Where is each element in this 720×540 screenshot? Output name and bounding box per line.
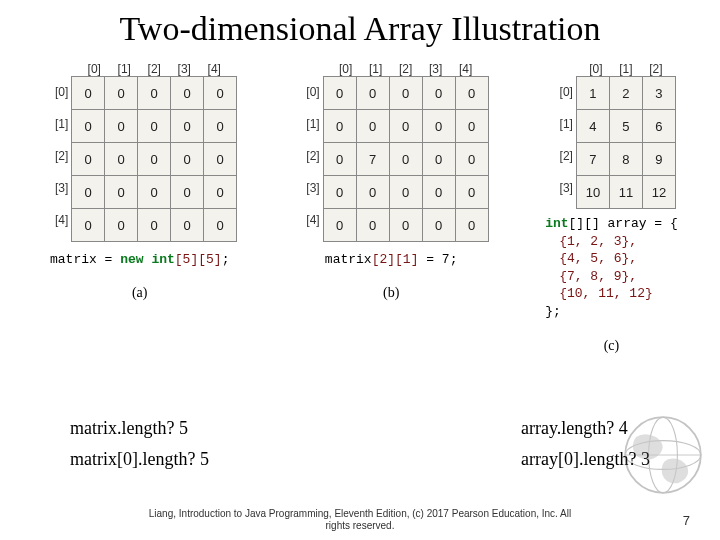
cell: 0 xyxy=(138,110,171,143)
code-text: matrix xyxy=(325,252,372,267)
figure-b: [0] [1] [2] [3] [4] [0] [1] [2] [3] [4] … xyxy=(294,62,489,301)
cell: 0 xyxy=(455,110,488,143)
col-header: [1] xyxy=(361,62,391,76)
cell: 0 xyxy=(171,209,204,242)
cell: 0 xyxy=(171,176,204,209)
fig-c-grid: 123 456 789 101112 xyxy=(576,76,676,209)
cell: 0 xyxy=(204,143,237,176)
fig-c-row-headers: [0] [1] [2] [3] xyxy=(547,76,576,209)
figure-a: [0] [1] [2] [3] [4] [0] [1] [2] [3] [4] … xyxy=(42,62,237,301)
col-header: [4] xyxy=(199,62,229,76)
cell: 0 xyxy=(389,176,422,209)
cell: 11 xyxy=(609,176,642,209)
col-header: [2] xyxy=(641,62,671,76)
cell: 0 xyxy=(105,77,138,110)
cell: 0 xyxy=(422,77,455,110)
cell: 0 xyxy=(105,110,138,143)
code-dims: [5][5] xyxy=(175,252,222,267)
cell: 0 xyxy=(171,143,204,176)
footer-credit: Liang, Introduction to Java Programming,… xyxy=(0,508,720,532)
cell: 0 xyxy=(356,176,389,209)
cell: 0 xyxy=(204,209,237,242)
cell: 8 xyxy=(609,143,642,176)
cell: 0 xyxy=(422,209,455,242)
code-idx: [1] xyxy=(395,252,418,267)
cell: 0 xyxy=(138,209,171,242)
cell: 4 xyxy=(576,110,609,143)
col-header: [2] xyxy=(139,62,169,76)
code-keyword: int xyxy=(545,216,568,231)
fig-c-col-headers: [0] [1] [2] xyxy=(581,62,671,76)
col-header: [4] xyxy=(451,62,481,76)
footer-line: rights reserved. xyxy=(0,520,720,532)
fig-a-col-headers: [0] [1] [2] [3] [4] xyxy=(79,62,229,76)
row-header: [1] xyxy=(547,108,576,140)
figures-row: [0] [1] [2] [3] [4] [0] [1] [2] [3] [4] … xyxy=(0,52,720,354)
cell: 0 xyxy=(72,110,105,143)
code-text: = 7; xyxy=(418,252,457,267)
col-header: [0] xyxy=(331,62,361,76)
matrix0-length-q: matrix[0].length? 5 xyxy=(70,449,209,470)
row-header: [1] xyxy=(294,108,323,140)
fig-b-row-headers: [0] [1] [2] [3] [4] xyxy=(294,76,323,242)
code-keyword: new int xyxy=(120,252,175,267)
cell: 0 xyxy=(204,110,237,143)
fig-c-sublabel: (c) xyxy=(604,338,620,354)
globe-icon xyxy=(618,410,708,500)
code-close: }; xyxy=(545,303,678,321)
cell: 7 xyxy=(576,143,609,176)
slide-title: Two-dimensional Array Illustration xyxy=(0,0,720,52)
matrix-length-q: matrix.length? 5 xyxy=(70,418,209,439)
cell: 0 xyxy=(389,77,422,110)
fig-a-grid: 00000 00000 00000 00000 00000 xyxy=(71,76,237,242)
code-text: ; xyxy=(222,252,230,267)
col-header: [2] xyxy=(391,62,421,76)
col-header: [0] xyxy=(581,62,611,76)
cell: 0 xyxy=(138,77,171,110)
cell: 10 xyxy=(576,176,609,209)
cell: 0 xyxy=(105,176,138,209)
fig-a-code: matrix = new int[5][5]; xyxy=(50,252,229,267)
cell: 6 xyxy=(642,110,675,143)
row-header: [3] xyxy=(42,172,71,204)
cell: 0 xyxy=(422,143,455,176)
cell: 0 xyxy=(72,209,105,242)
cell: 0 xyxy=(323,209,356,242)
code-text: matrix = xyxy=(50,252,120,267)
row-header: [2] xyxy=(547,140,576,172)
cell: 0 xyxy=(171,77,204,110)
figure-c: [0] [1] [2] [0] [1] [2] [3] 123 456 789 … xyxy=(545,62,678,354)
cell: 0 xyxy=(105,143,138,176)
row-header: [2] xyxy=(42,140,71,172)
code-row: {10, 11, 12} xyxy=(559,286,653,301)
code-text: [][] array = { xyxy=(569,216,678,231)
cell: 0 xyxy=(389,209,422,242)
row-header: [0] xyxy=(294,76,323,108)
cell: 0 xyxy=(455,176,488,209)
cell: 9 xyxy=(642,143,675,176)
row-header: [2] xyxy=(294,140,323,172)
fig-b-grid: 00000 00000 07000 00000 00000 xyxy=(323,76,489,242)
row-header: [0] xyxy=(547,76,576,108)
cell: 0 xyxy=(356,110,389,143)
row-header: [1] xyxy=(42,108,71,140)
cell: 0 xyxy=(204,176,237,209)
code-row: {7, 8, 9}, xyxy=(559,269,637,284)
cell: 5 xyxy=(609,110,642,143)
cell: 0 xyxy=(389,143,422,176)
row-header: [3] xyxy=(294,172,323,204)
fig-a-sublabel: (a) xyxy=(132,285,148,301)
cell: 0 xyxy=(72,143,105,176)
cell: 0 xyxy=(323,176,356,209)
cell: 2 xyxy=(609,77,642,110)
cell: 0 xyxy=(422,176,455,209)
row-header: [4] xyxy=(42,204,71,236)
fig-a-row-headers: [0] [1] [2] [3] [4] xyxy=(42,76,71,242)
cell: 0 xyxy=(138,176,171,209)
cell: 0 xyxy=(171,110,204,143)
cell: 0 xyxy=(323,77,356,110)
cell: 0 xyxy=(323,143,356,176)
cell: 0 xyxy=(72,77,105,110)
cell: 0 xyxy=(389,110,422,143)
cell: 3 xyxy=(642,77,675,110)
